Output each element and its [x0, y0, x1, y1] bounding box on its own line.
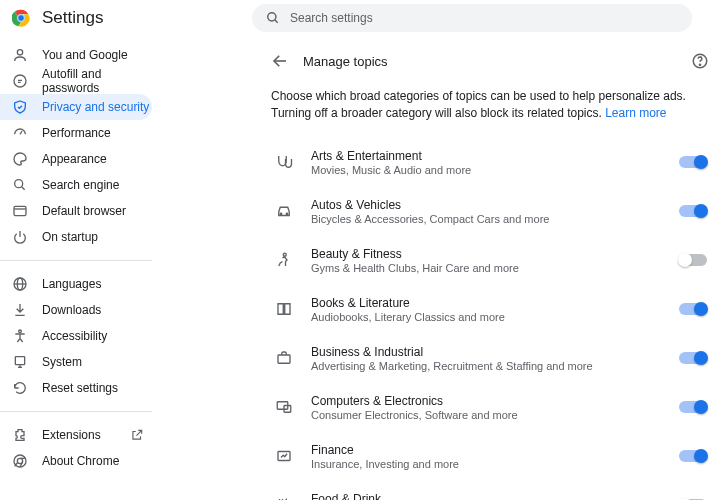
- topic-subtitle: Bicycles & Accessories, Compact Cars and…: [311, 213, 661, 225]
- sidebar-item-label: Autofill and passwords: [42, 67, 152, 95]
- topic-body: Food & DrinkCooking & Recipes, Restauran…: [311, 492, 661, 500]
- sidebar-item-performance[interactable]: Performance: [0, 120, 152, 146]
- svg-point-31: [283, 254, 286, 257]
- topic-subtitle: Advertising & Marketing, Recruitment & S…: [311, 360, 661, 372]
- search-input[interactable]: [290, 11, 678, 25]
- topic-title: Books & Literature: [311, 296, 661, 310]
- topic-subtitle: Gyms & Health Clubs, Hair Care and more: [311, 262, 661, 274]
- svg-line-5: [275, 20, 278, 23]
- extension-icon: [12, 427, 28, 443]
- sidebar-item-label: You and Google: [42, 48, 128, 62]
- sidebar-item-autofill-and-passwords[interactable]: Autofill and passwords: [0, 68, 152, 94]
- topic-row-autos-vehicles: Autos & VehiclesBicycles & Accessories, …: [269, 188, 709, 235]
- svg-rect-18: [15, 357, 24, 365]
- topic-list: Arts & EntertainmentMovies, Music & Audi…: [269, 139, 709, 500]
- finance-icon: [275, 447, 293, 465]
- sidebar-item-label: Default browser: [42, 204, 126, 218]
- sidebar-item-you-and-google[interactable]: You and Google: [0, 42, 152, 68]
- system-icon: [12, 354, 28, 370]
- sidebar-item-extensions[interactable]: Extensions: [0, 422, 152, 448]
- sidebar-item-about-chrome[interactable]: About Chrome: [0, 448, 152, 474]
- person-icon: [12, 47, 28, 63]
- page-title: Manage topics: [303, 54, 677, 69]
- svg-point-29: [280, 214, 282, 216]
- topic-toggle-autos-vehicles[interactable]: [679, 205, 707, 217]
- sidebar-item-accessibility[interactable]: Accessibility: [0, 323, 152, 349]
- sidebar-item-label: Accessibility: [42, 329, 107, 343]
- shield-icon: [12, 99, 28, 115]
- sidebar-item-languages[interactable]: Languages: [0, 271, 152, 297]
- globe-icon: [12, 276, 28, 292]
- topic-title: Autos & Vehicles: [311, 198, 661, 212]
- topic-row-beauty-fitness: Beauty & FitnessGyms & Health Clubs, Hai…: [269, 237, 709, 284]
- chrome-icon: [12, 453, 28, 469]
- topic-body: Beauty & FitnessGyms & Health Clubs, Hai…: [311, 247, 661, 274]
- header: Settings: [0, 0, 726, 36]
- search-box[interactable]: [252, 4, 692, 32]
- topic-subtitle: Consumer Electronics, Software and more: [311, 409, 661, 421]
- back-button[interactable]: [271, 52, 289, 70]
- sidebar-item-default-browser[interactable]: Default browser: [0, 198, 152, 224]
- topic-toggle-books-literature[interactable]: [679, 303, 707, 315]
- sidebar-item-on-startup[interactable]: On startup: [0, 224, 152, 250]
- accessibility-icon: [12, 328, 28, 344]
- topic-title: Arts & Entertainment: [311, 149, 661, 163]
- speed-icon: [12, 125, 28, 141]
- main-content: Manage topics Choose which broad categor…: [252, 36, 726, 500]
- computer-icon: [275, 398, 293, 416]
- palette-icon: [12, 151, 28, 167]
- topic-body: Arts & EntertainmentMovies, Music & Audi…: [311, 149, 661, 176]
- topic-subtitle: Audiobooks, Literary Classics and more: [311, 311, 661, 323]
- app-title: Settings: [42, 8, 103, 28]
- toggle-knob: [694, 400, 708, 414]
- sidebar-item-label: Performance: [42, 126, 111, 140]
- svg-line-10: [22, 187, 25, 190]
- power-icon: [12, 229, 28, 245]
- svg-point-2: [18, 15, 24, 21]
- topic-row-books-literature: Books & LiteratureAudiobooks, Literary C…: [269, 286, 709, 333]
- topic-row-finance: FinanceInsurance, Investing and more: [269, 433, 709, 480]
- topic-toggle-arts-entertainment[interactable]: [679, 156, 707, 168]
- sidebar-item-label: Search engine: [42, 178, 119, 192]
- chrome-logo-icon: [12, 9, 30, 27]
- sidebar-item-search-engine[interactable]: Search engine: [0, 172, 152, 198]
- help-button[interactable]: [691, 52, 709, 70]
- toggle-knob: [694, 449, 708, 463]
- topic-toggle-finance[interactable]: [679, 450, 707, 462]
- sidebar-item-downloads[interactable]: Downloads: [0, 297, 152, 323]
- topic-row-business-industrial: Business & IndustrialAdvertising & Marke…: [269, 335, 709, 382]
- sidebar-item-label: Extensions: [42, 428, 101, 442]
- topic-title: Finance: [311, 443, 661, 457]
- sidebar-item-system[interactable]: System: [0, 349, 152, 375]
- car-icon: [275, 202, 293, 220]
- topic-toggle-beauty-fitness[interactable]: [679, 254, 707, 266]
- svg-point-30: [286, 214, 288, 216]
- svg-point-17: [19, 330, 22, 333]
- topic-toggle-computers-electronics[interactable]: [679, 401, 707, 413]
- reset-icon: [12, 380, 28, 396]
- topic-body: FinanceInsurance, Investing and more: [311, 443, 661, 470]
- topic-row-food-drink: Food & DrinkCooking & Recipes, Restauran…: [269, 482, 709, 500]
- autofill-icon: [12, 73, 28, 89]
- food-icon: [275, 496, 293, 500]
- toggle-knob: [694, 302, 708, 316]
- briefcase-icon: [275, 349, 293, 367]
- topic-title: Business & Industrial: [311, 345, 661, 359]
- sidebar-item-privacy-and-security[interactable]: Privacy and security: [0, 94, 152, 120]
- search-icon: [266, 11, 280, 25]
- toggle-knob: [694, 351, 708, 365]
- learn-more-link[interactable]: Learn more: [605, 106, 666, 120]
- sidebar-item-appearance[interactable]: Appearance: [0, 146, 152, 172]
- sidebar-item-label: Downloads: [42, 303, 101, 317]
- topic-toggle-business-industrial[interactable]: [679, 352, 707, 364]
- svg-point-9: [15, 180, 23, 188]
- sidebar-item-label: Reset settings: [42, 381, 118, 395]
- sidebar: You and GoogleAutofill and passwordsPriv…: [0, 36, 252, 500]
- sidebar-item-label: Appearance: [42, 152, 107, 166]
- sidebar-item-reset-settings[interactable]: Reset settings: [0, 375, 152, 401]
- nav-separator: [0, 411, 152, 412]
- topic-body: Autos & VehiclesBicycles & Accessories, …: [311, 198, 661, 225]
- sidebar-item-label: Languages: [42, 277, 101, 291]
- svg-rect-11: [14, 206, 26, 215]
- toggle-knob: [694, 155, 708, 169]
